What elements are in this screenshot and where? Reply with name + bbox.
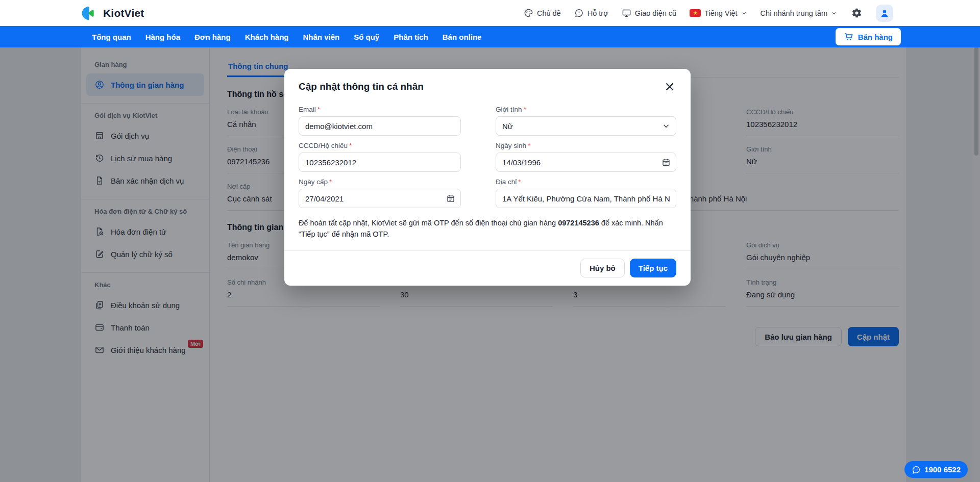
- chevron-down-icon[interactable]: [662, 121, 671, 131]
- nav-item-tong-quan[interactable]: Tổng quan: [92, 33, 131, 41]
- gender-select-wrap: [496, 116, 676, 136]
- email-field-group: Email*: [299, 106, 461, 136]
- nav-item-ban-online[interactable]: Bán online: [443, 33, 482, 41]
- chat-bubble-icon: [912, 465, 921, 474]
- theme-label: Chủ đề: [537, 9, 561, 17]
- id-label: CCCD/Hộ chiếu*: [299, 142, 461, 149]
- modal-footer: Hủy bỏ Tiếp tục: [284, 250, 691, 286]
- chevron-down-icon: [831, 10, 837, 16]
- sell-button[interactable]: Bán hàng: [836, 28, 901, 45]
- account-avatar-button[interactable]: [876, 5, 893, 22]
- close-icon[interactable]: [663, 80, 676, 93]
- required-marker: *: [528, 142, 530, 149]
- address-label: Địa chỉ*: [496, 178, 676, 186]
- issue-date-field-group: Ngày cấp*: [299, 178, 461, 208]
- main-nav: Tổng quan Hàng hóa Đơn hàng Khách hàng N…: [0, 26, 980, 47]
- email-input[interactable]: [299, 116, 461, 136]
- id-input[interactable]: [299, 153, 461, 172]
- birthday-input[interactable]: [496, 153, 676, 172]
- settings-button[interactable]: [850, 7, 863, 19]
- email-input-wrap: [299, 116, 461, 136]
- brand: KiotViet: [81, 6, 144, 21]
- kiotviet-app: KiotViet Chủ đề: [0, 0, 980, 482]
- required-marker: *: [518, 178, 521, 186]
- top-header: KiotViet Chủ đề: [0, 0, 980, 26]
- birthday-label: Ngày sinh*: [496, 142, 676, 149]
- continue-button[interactable]: Tiếp tục: [630, 259, 676, 277]
- modal-header: Cập nhật thông tin cá nhân: [299, 80, 676, 93]
- otp-phone-number: 0972145236: [558, 219, 599, 227]
- required-marker: *: [329, 178, 332, 186]
- modal-title: Cập nhật thông tin cá nhân: [299, 81, 424, 92]
- chevron-down-icon: [741, 10, 747, 16]
- nav-item-hang-hoa[interactable]: Hàng hóa: [145, 33, 180, 41]
- sell-button-label: Bán hàng: [858, 33, 893, 41]
- modal-form: Email* Giới tính* CCCD/Hộ chiếu*: [299, 106, 676, 208]
- issue-date-input-wrap: [299, 189, 461, 208]
- legacy-ui-label: Giao diện cũ: [635, 9, 676, 17]
- update-personal-info-modal: Cập nhật thông tin cá nhân Email* Giới t…: [284, 69, 691, 286]
- kiotviet-logo-icon: [81, 6, 99, 21]
- gender-label: Giới tính*: [496, 106, 676, 113]
- address-input[interactable]: [496, 189, 676, 208]
- branch-select[interactable]: Chi nhánh trung tâm: [761, 9, 837, 17]
- cart-icon: [844, 32, 854, 42]
- address-input-wrap: [496, 189, 676, 208]
- vietnam-flag-icon: ★: [690, 9, 701, 17]
- nav-item-khach-hang[interactable]: Khách hàng: [245, 33, 289, 41]
- nav-item-so-quy[interactable]: Sổ quỹ: [354, 33, 379, 41]
- issue-date-label: Ngày cấp*: [299, 178, 461, 186]
- required-marker: *: [317, 106, 320, 113]
- nav-item-don-hang[interactable]: Đơn hàng: [194, 33, 231, 41]
- nav-item-phan-tich[interactable]: Phân tích: [394, 33, 428, 41]
- required-marker: *: [349, 142, 352, 149]
- id-field-group: CCCD/Hộ chiếu*: [299, 142, 461, 172]
- required-marker: *: [524, 106, 526, 113]
- birthday-field-group: Ngày sinh*: [496, 142, 676, 172]
- cancel-button[interactable]: Hủy bỏ: [580, 259, 625, 277]
- language-label: Tiếng Việt: [704, 9, 738, 17]
- support-button[interactable]: Hỗ trợ: [574, 8, 608, 18]
- theme-button[interactable]: Chủ đề: [524, 8, 561, 18]
- hotline-chat-button[interactable]: 1900 6522: [904, 461, 968, 478]
- hotline-number: 1900 6522: [924, 465, 961, 474]
- address-field-group: Địa chỉ*: [496, 178, 676, 208]
- issue-date-input[interactable]: [299, 189, 461, 208]
- otp-note: Để hoàn tất cập nhật, KiotViet sẽ gửi mã…: [299, 217, 676, 240]
- gear-icon: [851, 8, 862, 18]
- branch-label: Chi nhánh trung tâm: [761, 9, 827, 17]
- id-input-wrap: [299, 153, 461, 172]
- support-icon: [574, 8, 584, 18]
- gender-select[interactable]: [496, 116, 676, 136]
- gender-field-group: Giới tính*: [496, 106, 676, 136]
- header-actions: Chủ đề Hỗ trợ: [524, 5, 893, 22]
- monitor-icon: [622, 8, 631, 18]
- legacy-ui-button[interactable]: Giao diện cũ: [622, 8, 676, 18]
- calendar-icon[interactable]: [662, 158, 671, 167]
- nav-item-nhan-vien[interactable]: Nhân viên: [303, 33, 340, 41]
- language-select[interactable]: ★ Tiếng Việt: [690, 9, 747, 17]
- birthday-input-wrap: [496, 153, 676, 172]
- calendar-icon[interactable]: [446, 194, 455, 203]
- support-label: Hỗ trợ: [587, 9, 608, 17]
- person-icon: [879, 8, 890, 18]
- palette-icon: [524, 8, 533, 18]
- brand-name: KiotViet: [103, 7, 144, 19]
- email-label: Email*: [299, 106, 461, 113]
